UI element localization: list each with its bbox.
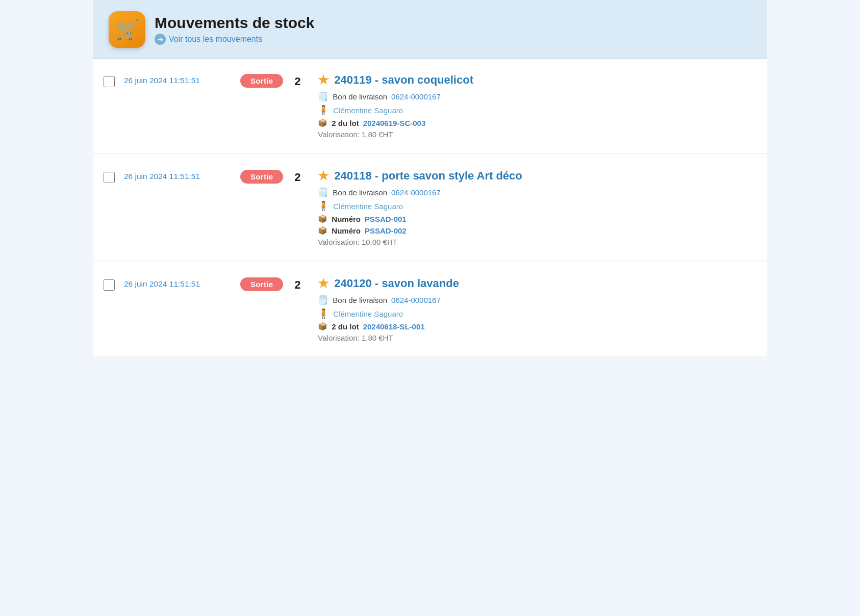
person-icon: 🧍 bbox=[318, 308, 329, 319]
lot-line: 📦 2 du lot 20240619-SC-003 bbox=[318, 118, 751, 127]
bon-livraison-line: 🗒️ Bon de livraison 0624-0000167 bbox=[318, 91, 751, 102]
view-all-link[interactable]: ➔ Voir tous les mouvements bbox=[155, 34, 314, 45]
person-icon: 🧍 bbox=[318, 200, 329, 212]
row-checkbox[interactable] bbox=[104, 172, 115, 183]
movement-date: 26 juin 2024 11:51:51 bbox=[124, 172, 231, 181]
app-container: 🛒 Mouvements de stock ➔ Voir tous les mo… bbox=[93, 0, 767, 356]
person-name: Clémentine Saguaro bbox=[333, 202, 403, 211]
lot-number-link-2[interactable]: PSSAD-002 bbox=[365, 226, 407, 235]
box-icon: 📦 bbox=[318, 214, 327, 223]
document-icon: 🗒️ bbox=[318, 187, 328, 198]
bon-livraison-line: 🗒️ Bon de livraison 0624-0000167 bbox=[318, 295, 751, 305]
star-icon: ★ bbox=[318, 169, 329, 183]
product-title: 240119 - savon coquelicot bbox=[334, 73, 473, 87]
movement-details: ★ 240120 - savon lavande 🗒️ Bon de livra… bbox=[318, 276, 751, 342]
row-checkbox[interactable] bbox=[104, 279, 115, 291]
header-icon-emoji: 🛒 bbox=[115, 18, 139, 41]
bon-label: Bon de livraison bbox=[333, 296, 387, 304]
arrow-icon: ➔ bbox=[155, 34, 166, 45]
movement-title: ★ 240119 - savon coquelicot bbox=[318, 73, 751, 87]
lot-number-link[interactable]: 20240618-SL-001 bbox=[363, 322, 425, 331]
box-icon: 📦 bbox=[318, 322, 327, 331]
person-line: 🧍 Clémentine Saguaro bbox=[318, 308, 751, 319]
star-icon: ★ bbox=[318, 276, 329, 291]
person-icon: 🧍 bbox=[318, 105, 329, 116]
lot-prefix-2: Numéro bbox=[332, 226, 361, 235]
lot-line-2: 📦 Numéro PSSAD-002 bbox=[318, 226, 751, 235]
movement-date: 26 juin 2024 11:51:51 bbox=[124, 76, 231, 85]
person-line: 🧍 Clémentine Saguaro bbox=[318, 105, 751, 116]
movement-title: ★ 240120 - savon lavande bbox=[318, 276, 751, 291]
row-checkbox[interactable] bbox=[104, 76, 115, 87]
lot-prefix: 2 du lot bbox=[332, 119, 359, 127]
movement-badge: Sortie bbox=[240, 74, 283, 88]
product-title: 240120 - savon lavande bbox=[334, 277, 459, 290]
box-icon: 📦 bbox=[318, 118, 327, 127]
person-line: 🧍 Clémentine Saguaro bbox=[318, 200, 751, 212]
movement-title: ★ 240118 - porte savon style Art déco bbox=[318, 169, 751, 183]
valorisation: Valorisation: 1,80 €HT bbox=[318, 130, 751, 139]
page-title: Mouvements de stock bbox=[155, 14, 314, 32]
movement-badge: Sortie bbox=[240, 277, 283, 291]
person-name: Clémentine Saguaro bbox=[333, 106, 403, 115]
page-header: 🛒 Mouvements de stock ➔ Voir tous les mo… bbox=[93, 0, 767, 59]
header-text: Mouvements de stock ➔ Voir tous les mouv… bbox=[155, 14, 314, 45]
document-icon: 🗒️ bbox=[318, 295, 328, 305]
movement-details: ★ 240118 - porte savon style Art déco 🗒️… bbox=[318, 169, 751, 246]
lot-line: 📦 2 du lot 20240618-SL-001 bbox=[318, 322, 751, 331]
bon-number-link[interactable]: 0624-0000167 bbox=[391, 296, 441, 304]
lot-number-link-1[interactable]: PSSAD-001 bbox=[365, 215, 407, 223]
table-row: 26 juin 2024 11:51:51 Sortie 2 ★ 240118 … bbox=[93, 155, 767, 261]
lot-prefix-1: Numéro bbox=[332, 215, 361, 223]
valorisation: Valorisation: 10,00 €HT bbox=[318, 238, 751, 246]
movement-details: ★ 240119 - savon coquelicot 🗒️ Bon de li… bbox=[318, 73, 751, 139]
movement-badge: Sortie bbox=[240, 170, 283, 184]
view-all-label: Voir tous les mouvements bbox=[169, 35, 262, 44]
movements-list: 26 juin 2024 11:51:51 Sortie 2 ★ 240119 … bbox=[93, 59, 767, 356]
box-icon-2: 📦 bbox=[318, 226, 327, 235]
bon-number-link[interactable]: 0624-0000167 bbox=[391, 92, 441, 101]
lot-number-link[interactable]: 20240619-SC-003 bbox=[363, 119, 426, 127]
table-row: 26 juin 2024 11:51:51 Sortie 2 ★ 240119 … bbox=[93, 59, 767, 153]
bon-label: Bon de livraison bbox=[333, 92, 387, 101]
star-icon: ★ bbox=[318, 73, 329, 87]
lot-line-1: 📦 Numéro PSSAD-001 bbox=[318, 214, 751, 223]
table-row: 26 juin 2024 11:51:51 Sortie 2 ★ 240120 … bbox=[93, 262, 767, 356]
document-icon: 🗒️ bbox=[318, 91, 328, 102]
bon-label: Bon de livraison bbox=[333, 188, 387, 197]
bon-livraison-line: 🗒️ Bon de livraison 0624-0000167 bbox=[318, 187, 751, 198]
person-name: Clémentine Saguaro bbox=[333, 310, 403, 318]
movement-quantity: 2 bbox=[294, 75, 309, 88]
movement-date: 26 juin 2024 11:51:51 bbox=[124, 279, 231, 289]
header-icon: 🛒 bbox=[109, 11, 145, 48]
product-title: 240118 - porte savon style Art déco bbox=[334, 169, 522, 183]
movement-quantity: 2 bbox=[294, 171, 309, 184]
lot-prefix: 2 du lot bbox=[332, 322, 359, 331]
valorisation: Valorisation: 1,80 €HT bbox=[318, 333, 751, 342]
movement-quantity: 2 bbox=[294, 278, 309, 292]
bon-number-link[interactable]: 0624-0000167 bbox=[391, 188, 441, 197]
